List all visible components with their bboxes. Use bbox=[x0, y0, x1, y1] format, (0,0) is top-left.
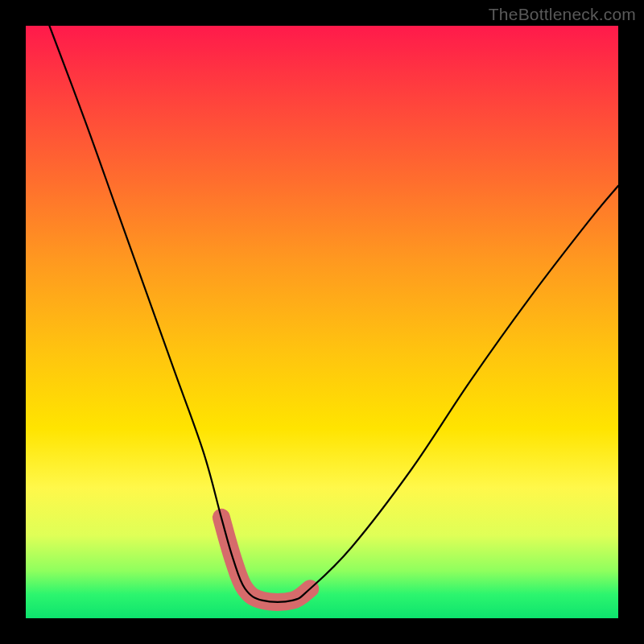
watermark-text: TheBottleneck.com bbox=[489, 5, 636, 24]
plot-area bbox=[26, 26, 618, 618]
optimal-band-path bbox=[221, 518, 310, 602]
curve-svg bbox=[26, 26, 618, 618]
bottleneck-curve-path bbox=[49, 26, 618, 602]
chart-stage: TheBottleneck.com bbox=[0, 0, 644, 644]
